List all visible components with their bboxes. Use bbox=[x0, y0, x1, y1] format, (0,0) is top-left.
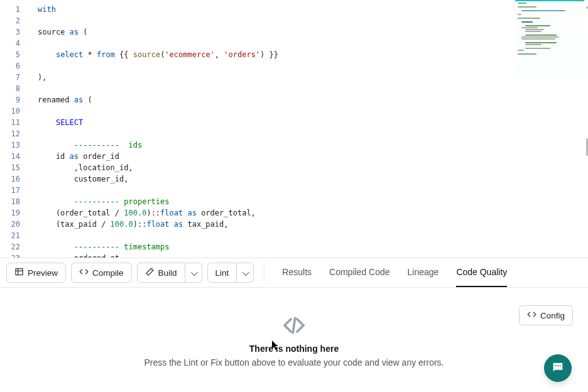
line-number: 10 bbox=[0, 106, 26, 117]
preview-button[interactable]: Preview bbox=[6, 263, 66, 283]
empty-state-title: There is nothing here bbox=[249, 344, 339, 354]
code-line[interactable] bbox=[38, 185, 588, 196]
code-line[interactable] bbox=[38, 128, 588, 139]
code-line[interactable] bbox=[38, 106, 588, 117]
code-line[interactable]: ), bbox=[38, 72, 588, 83]
code-content[interactable]: withsource as ( select * from {{ source(… bbox=[38, 0, 588, 258]
code-line[interactable] bbox=[38, 15, 588, 26]
code-line[interactable]: source as ( bbox=[38, 26, 588, 38]
line-number: 7 bbox=[0, 72, 26, 83]
line-number: 15 bbox=[0, 162, 26, 173]
code-editor[interactable]: 1234567891011121314151617181920212223 wi… bbox=[0, 0, 588, 258]
chevron-down-icon bbox=[242, 268, 248, 278]
code-line[interactable]: ---------- timestamps bbox=[38, 241, 588, 253]
tab-results[interactable]: Results bbox=[282, 258, 312, 287]
build-button[interactable]: Build bbox=[137, 263, 185, 283]
line-number: 4 bbox=[0, 38, 26, 49]
tab-code-quality[interactable]: Code Quality bbox=[456, 258, 507, 287]
line-number: 19 bbox=[0, 207, 26, 219]
result-tabs: ResultsCompiled CodeLineageCode Quality bbox=[282, 258, 507, 287]
code-line[interactable] bbox=[38, 230, 588, 241]
build-button-group: Build bbox=[137, 263, 202, 283]
code-line[interactable]: id as order_id bbox=[38, 151, 588, 162]
wand-icon bbox=[145, 267, 155, 278]
line-number: 14 bbox=[0, 151, 26, 162]
line-number: 9 bbox=[0, 94, 26, 106]
minimap[interactable] bbox=[515, 0, 584, 75]
svg-rect-6 bbox=[560, 365, 561, 366]
lint-dropdown-button[interactable] bbox=[237, 263, 254, 283]
line-number: 13 bbox=[0, 139, 26, 151]
code-line[interactable]: with bbox=[38, 4, 588, 15]
code-line[interactable]: customer_id, bbox=[38, 173, 588, 185]
tab-compiled-code[interactable]: Compiled Code bbox=[329, 258, 390, 287]
svg-rect-5 bbox=[557, 365, 558, 366]
lint-label: Lint bbox=[215, 268, 229, 278]
line-number: 3 bbox=[0, 26, 26, 38]
lint-button[interactable]: Lint bbox=[207, 263, 237, 283]
tab-lineage[interactable]: Lineage bbox=[408, 258, 439, 287]
line-number: 5 bbox=[0, 49, 26, 60]
build-dropdown-button[interactable] bbox=[185, 263, 202, 283]
results-panel: There is nothing here Press the Lint or … bbox=[0, 288, 588, 392]
code-line[interactable]: renamed as ( bbox=[38, 94, 588, 106]
line-number: 23 bbox=[0, 253, 26, 258]
preview-label: Preview bbox=[28, 268, 58, 278]
line-number: 8 bbox=[0, 83, 26, 94]
line-number: 2 bbox=[0, 15, 26, 26]
code-line[interactable]: ,location_id, bbox=[38, 162, 588, 173]
line-number: 18 bbox=[0, 196, 26, 207]
code-line[interactable] bbox=[38, 83, 588, 94]
svg-rect-0 bbox=[16, 269, 23, 275]
line-gutter: 1234567891011121314151617181920212223 bbox=[0, 0, 26, 258]
svg-line-3 bbox=[293, 318, 295, 332]
line-number: 16 bbox=[0, 173, 26, 185]
line-number: 11 bbox=[0, 117, 26, 128]
empty-state-subtitle: Press the Lint or Fix button above to ev… bbox=[144, 357, 444, 368]
code-line[interactable]: ---------- ids bbox=[38, 139, 588, 151]
build-label: Build bbox=[158, 268, 177, 278]
compile-button[interactable]: Compile bbox=[71, 263, 132, 283]
line-number: 21 bbox=[0, 230, 26, 241]
table-icon bbox=[14, 267, 24, 278]
code-brackets-icon bbox=[281, 313, 307, 340]
code-line[interactable]: (order_total / 100.0)::float as order_to… bbox=[38, 207, 588, 219]
line-number: 12 bbox=[0, 128, 26, 139]
line-number: 1 bbox=[0, 4, 26, 15]
chevron-down-icon bbox=[191, 268, 196, 278]
code-line[interactable]: select * from {{ source('ecommerce', 'or… bbox=[38, 49, 588, 60]
line-number: 17 bbox=[0, 185, 26, 196]
compile-label: Compile bbox=[92, 268, 124, 278]
chat-fab[interactable] bbox=[544, 354, 572, 382]
svg-rect-4 bbox=[555, 365, 556, 366]
line-number: 20 bbox=[0, 219, 26, 230]
code-line[interactable] bbox=[38, 60, 588, 72]
chat-icon bbox=[551, 361, 565, 376]
action-toolbar: Preview Compile Build Lint ResultsCompil… bbox=[0, 258, 588, 288]
lint-button-group: Lint bbox=[207, 263, 254, 283]
code-line[interactable]: ---------- properties bbox=[38, 196, 588, 207]
code-line[interactable] bbox=[38, 38, 588, 49]
toolbar-divider bbox=[264, 263, 264, 283]
line-number: 6 bbox=[0, 60, 26, 72]
code-line[interactable]: ordered_at bbox=[38, 253, 588, 258]
code-line[interactable]: SELECT bbox=[38, 117, 588, 128]
code-icon bbox=[79, 267, 89, 278]
line-number: 22 bbox=[0, 241, 26, 253]
code-line[interactable]: (tax_paid / 100.0)::float as tax_paid, bbox=[38, 219, 588, 230]
